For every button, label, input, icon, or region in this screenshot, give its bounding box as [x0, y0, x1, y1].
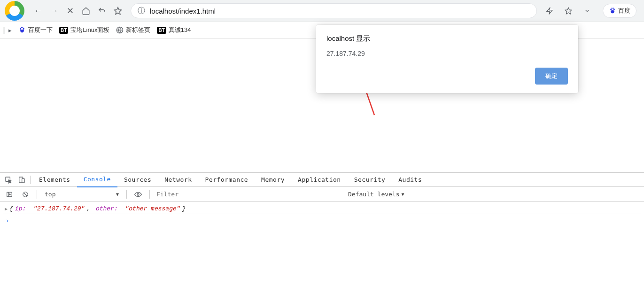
- forward-button[interactable]: →: [47, 4, 61, 18]
- svg-marker-0: [115, 8, 122, 15]
- url-input[interactable]: [150, 7, 530, 15]
- tab-elements[interactable]: Elements: [32, 173, 77, 187]
- baidu-paw-icon: [18, 26, 26, 34]
- chevron-down-icon: ▼: [402, 192, 404, 197]
- console-toolbar: top ▼ Default levels ▼: [0, 187, 644, 202]
- svg-marker-21: [9, 193, 10, 194]
- back-button[interactable]: ←: [31, 4, 45, 18]
- info-icon: ⓘ: [138, 6, 145, 16]
- chevron-down-icon: ▼: [116, 192, 119, 197]
- bt-icon: BT: [157, 27, 166, 34]
- devtools-panel: Elements Console Sources Network Perform…: [0, 172, 644, 294]
- browser-logo: [5, 1, 24, 21]
- tab-console[interactable]: Console: [77, 172, 117, 187]
- side-panel-icon: ▏▸: [4, 27, 12, 34]
- flash-button[interactable]: [543, 4, 557, 18]
- levels-label: Default levels: [348, 191, 400, 198]
- svg-point-7: [20, 28, 21, 30]
- live-expression-button[interactable]: [132, 188, 145, 201]
- tab-sources[interactable]: Sources: [117, 173, 158, 187]
- log-key: ip:: [15, 205, 26, 212]
- tab-performance[interactable]: Performance: [199, 173, 255, 187]
- tab-memory[interactable]: Memory: [255, 173, 291, 187]
- svg-point-8: [23, 28, 24, 30]
- expand-triangle-icon[interactable]: ▶: [5, 206, 8, 212]
- tab-audits[interactable]: Audits: [392, 173, 428, 187]
- undo-button[interactable]: [95, 4, 109, 18]
- devtools-tabs: Elements Console Sources Network Perform…: [0, 173, 644, 187]
- browser-toolbar: ← → ✕ ⓘ: [0, 0, 644, 22]
- tab-network[interactable]: Network: [158, 173, 198, 187]
- alert-ok-button[interactable]: 确定: [535, 68, 568, 85]
- close-icon: ✕: [67, 6, 74, 16]
- svg-point-10: [22, 27, 23, 28]
- address-bar[interactable]: ⓘ: [131, 3, 537, 18]
- favorite-button[interactable]: [561, 4, 575, 18]
- svg-marker-1: [547, 8, 552, 14]
- bookmark-label: 百度一下: [28, 26, 53, 34]
- brace-close: }: [182, 205, 186, 212]
- stop-button[interactable]: ✕: [63, 4, 77, 18]
- svg-point-5: [612, 8, 613, 9]
- svg-line-23: [24, 193, 27, 196]
- bookmarks-toggle[interactable]: ▏▸: [4, 27, 12, 34]
- device-toggle-button[interactable]: [15, 173, 28, 186]
- context-label: top: [45, 191, 55, 198]
- home-icon: [82, 7, 90, 15]
- star-outline-icon: [565, 7, 572, 15]
- tab-application[interactable]: Application: [291, 173, 348, 187]
- bolt-icon: [546, 7, 553, 15]
- svg-point-4: [613, 8, 615, 10]
- undo-icon: [98, 7, 106, 15]
- alert-dialog: localhost 显示 27.187.74.29 确定: [316, 25, 578, 93]
- baidu-paw-icon: [609, 7, 616, 15]
- inspect-element-button[interactable]: [2, 173, 15, 186]
- home-button[interactable]: [79, 4, 93, 18]
- svg-rect-18: [22, 178, 24, 183]
- toolbar-right: 百度: [543, 4, 639, 18]
- log-value: "other message": [125, 205, 180, 212]
- arrow-left-icon: ←: [34, 6, 42, 16]
- console-sidebar-toggle[interactable]: [3, 188, 16, 201]
- comma: ,: [86, 205, 94, 212]
- bookmark-item[interactable]: 百度一下: [18, 26, 53, 34]
- log-level-selector[interactable]: Default levels ▼: [348, 191, 404, 198]
- svg-point-3: [610, 8, 612, 10]
- svg-marker-2: [565, 8, 571, 14]
- bookmark-label: 新标签页: [126, 26, 150, 34]
- console-output: ▶ { ip: "27.187.74.29" , other: "other m…: [0, 202, 644, 229]
- svg-point-24: [137, 193, 139, 195]
- search-engine-selector[interactable]: 百度: [603, 4, 636, 18]
- bookmark-label: 真诚134: [169, 26, 191, 34]
- dropdown-button[interactable]: [580, 4, 594, 18]
- log-value: "27.187.74.29": [33, 205, 85, 212]
- bookmark-item[interactable]: BT 宝塔Linux面板: [59, 26, 109, 34]
- bookmark-item[interactable]: 新标签页: [116, 26, 150, 34]
- bookmark-button[interactable]: [111, 4, 125, 18]
- globe-icon: [116, 26, 124, 34]
- alert-title: localhost 显示: [326, 34, 568, 43]
- chevron-down-icon: [584, 8, 590, 14]
- clear-console-button[interactable]: [19, 188, 32, 201]
- svg-point-6: [613, 8, 613, 9]
- bookmark-item[interactable]: BT 真诚134: [157, 26, 191, 34]
- chevron-right-icon: ›: [6, 217, 9, 224]
- console-log-entry[interactable]: ▶ { ip: "27.187.74.29" , other: "other m…: [3, 204, 641, 214]
- star-outline-icon: [114, 7, 122, 15]
- brace-open: {: [9, 205, 13, 212]
- execution-context-selector[interactable]: top ▼: [42, 190, 122, 199]
- bookmark-label: 宝塔Linux面板: [70, 26, 109, 34]
- arrow-right-icon: →: [50, 6, 58, 16]
- console-prompt[interactable]: ›: [3, 214, 641, 227]
- console-filter-input[interactable]: [155, 190, 342, 199]
- search-engine-label: 百度: [618, 7, 630, 15]
- log-key: other:: [96, 205, 118, 212]
- svg-point-9: [21, 27, 22, 28]
- alert-message: 27.187.74.29: [326, 50, 568, 57]
- bt-icon: BT: [59, 27, 68, 34]
- tab-security[interactable]: Security: [348, 173, 392, 187]
